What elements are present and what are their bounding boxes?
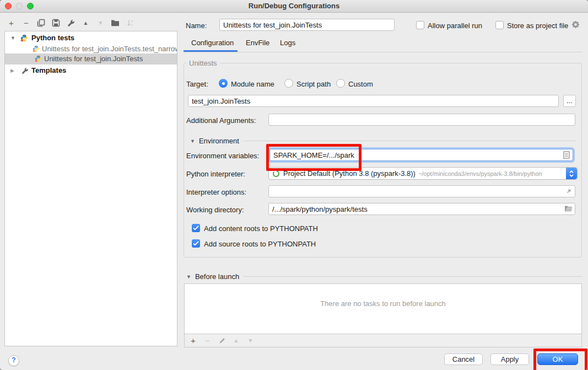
add-source-roots-checkbox[interactable]: [192, 239, 200, 248]
tab-envfile[interactable]: EnvFile: [246, 39, 269, 47]
target-label: Target:: [186, 80, 208, 88]
tree-item-label: Unittests for test_join.JoinTests: [44, 53, 143, 65]
tree-item-test-narrow[interactable]: Unittests for test_join.JoinTests.test_n…: [5, 44, 177, 55]
minus-icon: −: [205, 336, 210, 345]
edit-task-button: [217, 336, 226, 345]
remove-task-button: −: [203, 336, 212, 345]
copy-icon: [37, 19, 45, 27]
title-bar: Run/Debug Configurations: [0, 0, 588, 13]
python-test-config-icon: [35, 55, 42, 62]
gear-icon[interactable]: [571, 20, 580, 29]
add-source-roots-label: Add source roots to PYTHONPATH: [204, 240, 316, 248]
radio-custom[interactable]: [336, 79, 345, 88]
before-launch-task-list[interactable]: [184, 283, 582, 334]
allow-parallel-run-label: Allow parallel run: [428, 22, 482, 30]
before-launch-empty-text: There are no tasks to run before launch: [184, 299, 582, 308]
unittests-group-title: Unittests: [186, 59, 220, 67]
tree-item-jointests-selected[interactable]: Unittests for test_join.JoinTests: [5, 53, 177, 65]
environment-variables-label: Environment variables:: [186, 152, 259, 160]
browse-module-button[interactable]: ...: [563, 95, 576, 107]
add-task-button[interactable]: +: [188, 336, 198, 345]
copy-configuration-button[interactable]: [36, 18, 46, 28]
additional-arguments-input[interactable]: [268, 114, 575, 126]
python-tests-icon: [20, 34, 28, 42]
minus-icon: −: [24, 18, 29, 28]
move-down-button: ▼: [96, 18, 105, 28]
tree-item-label: Templates: [31, 65, 66, 76]
section-divider: [243, 141, 576, 141]
tab-separator: [184, 52, 582, 52]
pencil-icon: [219, 337, 225, 344]
templates-wrench-icon: [21, 67, 29, 74]
name-input[interactable]: [219, 19, 395, 31]
allow-parallel-run-checkbox[interactable]: [416, 21, 424, 29]
move-up-button[interactable]: ▲: [81, 18, 90, 28]
move-up-icon: ▲: [83, 20, 89, 26]
radio-script-path[interactable]: [284, 79, 293, 88]
add-configuration-button[interactable]: +: [7, 18, 16, 28]
combo-stepper-icon[interactable]: [566, 168, 577, 179]
edit-templates-button[interactable]: [66, 18, 75, 28]
cancel-button[interactable]: Cancel: [444, 353, 483, 365]
ok-button[interactable]: OK: [537, 353, 578, 365]
environment-section-header[interactable]: ▼ Environment: [190, 137, 576, 145]
apply-button[interactable]: Apply: [490, 353, 529, 365]
folder-icon[interactable]: [564, 205, 573, 212]
expand-field-icon[interactable]: [565, 188, 572, 195]
sort-configurations-button: az: [126, 18, 135, 28]
plus-icon: +: [9, 18, 14, 28]
help-button[interactable]: ?: [8, 355, 19, 366]
working-directory-input[interactable]: [268, 203, 575, 215]
configurations-tree: ▼ Python tests Unittests for test_join.J…: [4, 31, 177, 346]
environment-header-label: Environment: [199, 137, 239, 145]
before-launch-header-label: Before launch: [195, 272, 239, 281]
save-configuration-button[interactable]: [51, 18, 61, 28]
before-launch-section-header[interactable]: ▼ Before launch: [186, 272, 582, 281]
python-interpreter-select[interactable]: Project Default (Python 3.8 (pyspark-3.8…: [268, 167, 578, 180]
python-interpreter-path: ~/opt/miniconda3/envs/pyspark-3.8/bin/py…: [418, 170, 542, 177]
remove-configuration-button[interactable]: −: [21, 18, 31, 28]
move-task-up-button: ▲: [231, 336, 241, 345]
tab-logs[interactable]: Logs: [280, 39, 295, 47]
expand-arrow-icon[interactable]: ▶: [10, 65, 14, 76]
python-interpreter-label: Python interpreter:: [186, 170, 245, 178]
tree-item-label: Python tests: [31, 33, 74, 44]
environment-variables-input[interactable]: [269, 149, 573, 161]
svg-text:z: z: [131, 23, 133, 26]
sort-alpha-icon: az: [127, 19, 134, 27]
add-content-roots-checkbox[interactable]: [192, 224, 200, 232]
save-icon: [52, 19, 60, 27]
working-directory-label: Working directory:: [186, 206, 244, 214]
module-name-input[interactable]: [188, 95, 559, 107]
tree-item-label: Unittests for test_join.JoinTests.test_n…: [42, 44, 177, 55]
tab-configuration[interactable]: Configuration: [191, 39, 234, 47]
radio-module-name-label: Module name: [231, 80, 274, 88]
collapse-arrow-icon: ▼: [190, 138, 195, 144]
collapse-arrow-icon[interactable]: ▼: [10, 33, 15, 44]
tree-item-python-tests[interactable]: ▼ Python tests: [5, 33, 177, 44]
python-interpreter-value: Project Default (Python 3.8 (pyspark-3.8…: [283, 169, 416, 178]
store-as-project-file-label: Store as project file: [507, 22, 568, 30]
list-variables-icon[interactable]: [563, 151, 570, 159]
interpreter-options-label: Interpreter options:: [186, 188, 246, 196]
store-as-project-file-checkbox[interactable]: [495, 21, 504, 29]
before-launch-toolbar: + − ▲ ▼: [184, 334, 582, 347]
tree-toolbar: + − ▲ ▼ az: [7, 17, 135, 28]
radio-custom-label: Custom: [348, 80, 373, 88]
section-divider: [243, 276, 582, 277]
python-test-config-icon: [33, 45, 40, 52]
wrench-icon: [67, 19, 75, 27]
new-folder-icon: [111, 19, 120, 27]
move-down-icon: ▼: [98, 20, 104, 26]
add-content-roots-label: Add content roots to PYTHONPATH: [204, 224, 318, 233]
move-down-icon: ▼: [248, 337, 253, 344]
new-folder-button[interactable]: [111, 18, 120, 28]
name-label: Name:: [186, 22, 207, 30]
collapse-arrow-icon: ▼: [186, 274, 191, 280]
tree-item-templates[interactable]: ▶ Templates: [5, 65, 177, 76]
move-up-icon: ▲: [234, 337, 239, 344]
interpreter-options-input[interactable]: [268, 185, 575, 197]
radio-script-path-label: Script path: [296, 80, 331, 88]
radio-module-name[interactable]: [219, 79, 228, 88]
move-task-down-button: ▼: [246, 336, 255, 345]
